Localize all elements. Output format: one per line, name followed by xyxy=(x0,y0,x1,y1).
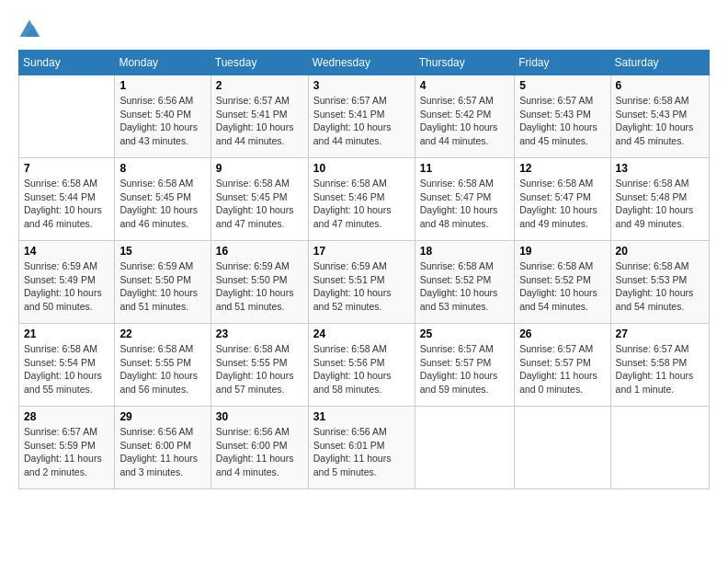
day-info: Sunrise: 6:57 AMSunset: 5:57 PMDaylight:… xyxy=(420,343,498,395)
day-number: 11 xyxy=(420,162,509,175)
day-info: Sunrise: 6:57 AMSunset: 5:59 PMDaylight:… xyxy=(24,426,102,477)
day-number: 15 xyxy=(119,245,205,258)
day-info: Sunrise: 6:58 AMSunset: 5:52 PMDaylight:… xyxy=(420,260,498,312)
weekday-header: Sunday xyxy=(19,51,115,75)
calendar-cell: 1 Sunrise: 6:56 AMSunset: 5:40 PMDayligh… xyxy=(115,75,210,158)
day-number: 10 xyxy=(313,162,410,175)
calendar-cell: 22 Sunrise: 6:58 AMSunset: 5:55 PMDaylig… xyxy=(115,324,210,407)
calendar-cell: 17 Sunrise: 6:59 AMSunset: 5:51 PMDaylig… xyxy=(308,241,415,324)
day-number: 2 xyxy=(216,79,303,92)
calendar-cell: 16 Sunrise: 6:59 AMSunset: 5:50 PMDaylig… xyxy=(210,241,308,324)
day-info: Sunrise: 6:56 AMSunset: 5:40 PMDaylight:… xyxy=(119,95,198,146)
day-info: Sunrise: 6:56 AMSunset: 6:00 PMDaylight:… xyxy=(216,426,294,477)
calendar-cell: 2 Sunrise: 6:57 AMSunset: 5:41 PMDayligh… xyxy=(210,75,308,158)
day-number: 19 xyxy=(519,245,605,258)
day-info: Sunrise: 6:58 AMSunset: 5:45 PMDaylight:… xyxy=(216,178,294,229)
day-info: Sunrise: 6:56 AMSunset: 6:00 PMDaylight:… xyxy=(119,426,198,477)
weekday-header: Friday xyxy=(515,51,610,75)
day-number: 30 xyxy=(216,410,303,423)
day-number: 8 xyxy=(119,162,205,175)
calendar-cell: 23 Sunrise: 6:58 AMSunset: 5:55 PMDaylig… xyxy=(210,324,308,407)
day-info: Sunrise: 6:58 AMSunset: 5:56 PMDaylight:… xyxy=(313,343,392,395)
calendar-cell xyxy=(610,407,709,489)
day-info: Sunrise: 6:58 AMSunset: 5:45 PMDaylight:… xyxy=(119,178,198,229)
calendar-cell: 15 Sunrise: 6:59 AMSunset: 5:50 PMDaylig… xyxy=(115,241,210,324)
day-info: Sunrise: 6:58 AMSunset: 5:44 PMDaylight:… xyxy=(24,178,102,229)
day-number: 28 xyxy=(24,410,109,423)
calendar-cell: 5 Sunrise: 6:57 AMSunset: 5:43 PMDayligh… xyxy=(515,75,610,158)
day-info: Sunrise: 6:59 AMSunset: 5:49 PMDaylight:… xyxy=(24,260,102,312)
day-info: Sunrise: 6:58 AMSunset: 5:54 PMDaylight:… xyxy=(24,343,102,395)
day-number: 26 xyxy=(519,327,605,340)
weekday-header: Thursday xyxy=(415,51,514,75)
calendar-cell: 21 Sunrise: 6:58 AMSunset: 5:54 PMDaylig… xyxy=(19,324,115,407)
calendar-cell xyxy=(515,407,610,489)
day-number: 29 xyxy=(119,410,205,423)
calendar-week-row: 1 Sunrise: 6:56 AMSunset: 5:40 PMDayligh… xyxy=(19,75,710,158)
logo xyxy=(18,18,44,40)
day-number: 24 xyxy=(313,327,410,340)
day-info: Sunrise: 6:58 AMSunset: 5:47 PMDaylight:… xyxy=(420,178,498,229)
calendar-cell: 13 Sunrise: 6:58 AMSunset: 5:48 PMDaylig… xyxy=(610,158,709,241)
day-number: 27 xyxy=(616,327,704,340)
day-number: 7 xyxy=(24,162,109,175)
day-info: Sunrise: 6:58 AMSunset: 5:48 PMDaylight:… xyxy=(616,178,694,229)
weekday-header: Tuesday xyxy=(210,51,308,75)
calendar-cell: 31 Sunrise: 6:56 AMSunset: 6:01 PMDaylig… xyxy=(308,407,415,489)
day-info: Sunrise: 6:57 AMSunset: 5:41 PMDaylight:… xyxy=(313,95,392,146)
day-number: 5 xyxy=(519,79,605,92)
day-info: Sunrise: 6:56 AMSunset: 6:01 PMDaylight:… xyxy=(313,426,392,477)
day-info: Sunrise: 6:57 AMSunset: 5:41 PMDaylight:… xyxy=(216,95,294,146)
weekday-header: Saturday xyxy=(610,51,709,75)
calendar-cell: 4 Sunrise: 6:57 AMSunset: 5:42 PMDayligh… xyxy=(415,75,514,158)
calendar-cell: 9 Sunrise: 6:58 AMSunset: 5:45 PMDayligh… xyxy=(210,158,308,241)
calendar-cell: 6 Sunrise: 6:58 AMSunset: 5:43 PMDayligh… xyxy=(610,75,709,158)
day-info: Sunrise: 6:58 AMSunset: 5:46 PMDaylight:… xyxy=(313,178,392,229)
day-info: Sunrise: 6:58 AMSunset: 5:55 PMDaylight:… xyxy=(216,343,294,395)
day-info: Sunrise: 6:57 AMSunset: 5:43 PMDaylight:… xyxy=(519,95,597,146)
day-number: 1 xyxy=(119,79,205,92)
day-info: Sunrise: 6:57 AMSunset: 5:58 PMDaylight:… xyxy=(616,343,694,395)
logo-icon xyxy=(18,18,40,40)
calendar-cell: 24 Sunrise: 6:58 AMSunset: 5:56 PMDaylig… xyxy=(308,324,415,407)
day-number: 25 xyxy=(420,327,509,340)
day-info: Sunrise: 6:58 AMSunset: 5:43 PMDaylight:… xyxy=(616,95,694,146)
calendar-cell: 10 Sunrise: 6:58 AMSunset: 5:46 PMDaylig… xyxy=(308,158,415,241)
day-info: Sunrise: 6:59 AMSunset: 5:50 PMDaylight:… xyxy=(119,260,198,312)
day-info: Sunrise: 6:57 AMSunset: 5:42 PMDaylight:… xyxy=(420,95,498,146)
calendar-table: SundayMondayTuesdayWednesdayThursdayFrid… xyxy=(18,50,710,489)
calendar-week-row: 28 Sunrise: 6:57 AMSunset: 5:59 PMDaylig… xyxy=(19,407,710,489)
day-number: 14 xyxy=(24,245,109,258)
calendar-cell: 27 Sunrise: 6:57 AMSunset: 5:58 PMDaylig… xyxy=(610,324,709,407)
day-number: 22 xyxy=(119,327,205,340)
calendar-week-row: 7 Sunrise: 6:58 AMSunset: 5:44 PMDayligh… xyxy=(19,158,710,241)
calendar-cell: 8 Sunrise: 6:58 AMSunset: 5:45 PMDayligh… xyxy=(115,158,210,241)
day-number: 4 xyxy=(420,79,509,92)
weekday-header: Monday xyxy=(115,51,210,75)
calendar-cell: 30 Sunrise: 6:56 AMSunset: 6:00 PMDaylig… xyxy=(210,407,308,489)
day-number: 17 xyxy=(313,245,410,258)
calendar-cell: 20 Sunrise: 6:58 AMSunset: 5:53 PMDaylig… xyxy=(610,241,709,324)
day-info: Sunrise: 6:57 AMSunset: 5:57 PMDaylight:… xyxy=(519,343,597,395)
calendar-cell: 26 Sunrise: 6:57 AMSunset: 5:57 PMDaylig… xyxy=(515,324,610,407)
day-number: 6 xyxy=(616,79,704,92)
day-number: 3 xyxy=(313,79,410,92)
calendar-cell: 14 Sunrise: 6:59 AMSunset: 5:49 PMDaylig… xyxy=(19,241,115,324)
day-number: 23 xyxy=(216,327,303,340)
calendar-cell: 11 Sunrise: 6:58 AMSunset: 5:47 PMDaylig… xyxy=(415,158,514,241)
calendar-cell: 28 Sunrise: 6:57 AMSunset: 5:59 PMDaylig… xyxy=(19,407,115,489)
calendar-cell: 19 Sunrise: 6:58 AMSunset: 5:52 PMDaylig… xyxy=(515,241,610,324)
day-number: 12 xyxy=(519,162,605,175)
calendar-cell: 3 Sunrise: 6:57 AMSunset: 5:41 PMDayligh… xyxy=(308,75,415,158)
day-info: Sunrise: 6:58 AMSunset: 5:47 PMDaylight:… xyxy=(519,178,597,229)
calendar-week-row: 14 Sunrise: 6:59 AMSunset: 5:49 PMDaylig… xyxy=(19,241,710,324)
calendar-cell xyxy=(19,75,115,158)
weekday-header-row: SundayMondayTuesdayWednesdayThursdayFrid… xyxy=(19,51,710,75)
day-info: Sunrise: 6:58 AMSunset: 5:55 PMDaylight:… xyxy=(119,343,198,395)
calendar-cell: 18 Sunrise: 6:58 AMSunset: 5:52 PMDaylig… xyxy=(415,241,514,324)
day-number: 13 xyxy=(616,162,704,175)
day-info: Sunrise: 6:59 AMSunset: 5:50 PMDaylight:… xyxy=(216,260,294,312)
calendar-cell: 7 Sunrise: 6:58 AMSunset: 5:44 PMDayligh… xyxy=(19,158,115,241)
day-number: 31 xyxy=(313,410,410,423)
day-info: Sunrise: 6:58 AMSunset: 5:53 PMDaylight:… xyxy=(616,260,694,312)
